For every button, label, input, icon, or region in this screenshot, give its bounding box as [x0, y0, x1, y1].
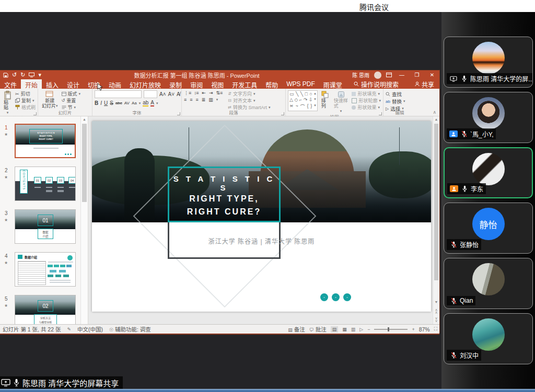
account-name[interactable]: 陈 思雨: [352, 71, 369, 79]
font-color-button[interactable]: A: [150, 100, 154, 106]
layout-button[interactable]: 版式▾: [62, 90, 81, 97]
ribbon-display-options-icon[interactable]: [386, 73, 392, 77]
share-button[interactable]: 共享: [415, 79, 434, 89]
slide-thumbnail-2[interactable]: CONTENTS 01 02 03 04: [15, 167, 76, 201]
char-spacing-button[interactable]: AV: [124, 101, 130, 105]
slide-scrollbar[interactable]: ▲ ▼ ∧∧ ∨∨: [433, 116, 439, 324]
shapes-gallery[interactable]: ▭╲╲□○▴ △◇⌐↷⇩▾ ≍~⌒{}▾: [288, 90, 318, 111]
grow-font-icon[interactable]: A˄: [159, 91, 166, 97]
line-spacing-button[interactable]: ⇅≡: [216, 90, 223, 96]
tell-me-search[interactable]: 操作说明搜索: [354, 79, 399, 89]
ribbon-tab-0[interactable]: 文件: [0, 79, 21, 89]
quick-styles-button[interactable]: 快速样式▾: [332, 90, 350, 114]
cut-button[interactable]: ✂剪切: [15, 90, 36, 97]
align-left-button[interactable]: ≡: [184, 97, 187, 102]
find-button[interactable]: 查找: [386, 90, 405, 98]
justify-button[interactable]: ≣: [202, 97, 206, 102]
zoom-in-button[interactable]: +: [412, 327, 414, 332]
zoom-out-button[interactable]: −: [367, 327, 370, 332]
slide-title-box[interactable]: S T A T I S T I C S RIGHT TYPE, RIGHT CU…: [168, 167, 281, 222]
slideshow-icon[interactable]: [29, 73, 34, 77]
highlight-color-button[interactable]: ab: [143, 100, 148, 106]
bullets-button[interactable]: ⋮≡: [184, 90, 191, 96]
scrollbar-thumb[interactable]: [434, 124, 438, 280]
font-dialog-launcher[interactable]: [177, 112, 180, 115]
previous-slide-button[interactable]: ∧∧: [433, 308, 439, 314]
ribbon-tab-12[interactable]: WPS PDF: [282, 79, 319, 89]
slide-thumbnail-5[interactable]: 02 分析方法与模型分析: [15, 295, 76, 324]
text-direction-button[interactable]: ⇵文字方向▾: [228, 90, 270, 97]
columns-button[interactable]: ▥: [208, 97, 213, 102]
scroll-up-icon[interactable]: ▲: [433, 117, 439, 121]
ribbon-tab-11[interactable]: 帮助: [261, 79, 282, 89]
ribbon-tab-5[interactable]: 动画: [104, 79, 125, 89]
ribbon-tab-3[interactable]: 设计: [63, 79, 84, 89]
participant-tile-3[interactable]: 静怡张静怡: [444, 203, 533, 254]
ribbon-tab-1[interactable]: 开始: [21, 79, 42, 89]
replace-button[interactable]: ab替换▾: [386, 98, 405, 105]
scrollbar-thumb[interactable]: [82, 124, 87, 202]
fit-to-window-icon[interactable]: ⛶: [434, 326, 437, 332]
ribbon-tab-7[interactable]: 录制: [165, 79, 186, 89]
participant-tile-5[interactable]: 刘汉中: [444, 313, 533, 364]
slide-thumbnail-1[interactable]: S T A T I S T I C S RIGHT TYPE, RIGHT CU…: [15, 124, 76, 158]
minimize-button[interactable]: —: [397, 72, 407, 78]
shadow-button[interactable]: abc: [115, 101, 122, 105]
numbering-button[interactable]: ⁝≡: [194, 90, 199, 96]
decrease-indent-button[interactable]: ⇤: [202, 90, 206, 96]
drawing-dialog-launcher[interactable]: [379, 112, 382, 115]
comments-button[interactable]: 🗩 批注: [309, 325, 327, 333]
bold-button[interactable]: B: [95, 100, 98, 106]
shape-outline-button[interactable]: 形状轮廓▾: [352, 97, 381, 104]
strikethrough-button[interactable]: S: [110, 100, 113, 106]
slide-thumbnail-4[interactable]: 数据介绍: [15, 252, 76, 287]
scroll-down-icon[interactable]: ▼: [433, 300, 439, 304]
format-painter-button[interactable]: 格式刷: [15, 104, 36, 111]
participant-tile-4[interactable]: Qian: [444, 258, 533, 309]
clipboard-dialog-launcher[interactable]: [33, 112, 37, 115]
close-button[interactable]: ✕: [427, 72, 437, 78]
undo-icon[interactable]: ↺: [12, 72, 17, 78]
ribbon-tab-13[interactable]: 雨课堂: [319, 79, 346, 89]
slide-sorter-view-button[interactable]: ▦: [342, 327, 347, 332]
slide-authors[interactable]: 浙江大学 陈谷涵 | 清华大学 陈思雨: [92, 236, 431, 245]
zoom-slider-knob[interactable]: [388, 327, 389, 331]
paste-button[interactable]: 粘贴▾: [2, 90, 13, 116]
participant-tile-2[interactable]: 李东: [444, 147, 533, 198]
shrink-font-icon[interactable]: A˅: [168, 91, 175, 97]
slide-canvas[interactable]: S T A T I S T I C S RIGHT TYPE, RIGHT CU…: [92, 121, 431, 312]
shape-effects-button[interactable]: 形状效果▾: [352, 104, 381, 111]
ribbon-tab-8[interactable]: 审阅: [186, 79, 207, 89]
accessibility-status[interactable]: ☉ 辅助功能: 调查: [109, 325, 151, 333]
increase-indent-button[interactable]: ⇥: [209, 90, 213, 96]
align-text-button[interactable]: ⊟对齐文本▾: [228, 97, 270, 104]
spell-check-icon[interactable]: ✎: [67, 327, 71, 332]
align-right-button[interactable]: ≡: [196, 97, 199, 102]
restore-button[interactable]: ❐: [412, 72, 422, 78]
underline-button[interactable]: U: [104, 100, 108, 106]
next-slide-button[interactable]: ∨∨: [433, 317, 439, 322]
participant-tile-1[interactable]: `馬_小Y,: [444, 92, 533, 143]
language-status[interactable]: 中文(中国): [77, 325, 103, 333]
ribbon-tab-6[interactable]: 幻灯片放映: [125, 79, 165, 89]
font-name-combobox[interactable]: [95, 90, 142, 98]
slideshow-view-button[interactable]: ▷: [359, 327, 363, 332]
slide-thumbnail-3[interactable]: 01 数据介绍: [15, 209, 76, 244]
font-size-combobox[interactable]: [144, 90, 157, 98]
thumbnail-scrollbar[interactable]: ▲: [80, 116, 88, 324]
italic-button[interactable]: I: [100, 100, 102, 106]
normal-view-button[interactable]: ▤: [331, 326, 339, 332]
notes-button[interactable]: ▤ 备注: [288, 325, 305, 333]
zoom-slider[interactable]: [374, 329, 408, 330]
arrange-button[interactable]: 排列: [320, 90, 330, 109]
scroll-up-icon[interactable]: ▲: [81, 117, 88, 121]
ribbon-tab-9[interactable]: 视图: [207, 79, 228, 89]
collapse-ribbon-icon[interactable]: ∧: [433, 110, 436, 115]
new-slide-button[interactable]: 新建 幻灯片▾: [40, 90, 60, 109]
change-case-button[interactable]: Aa: [132, 101, 137, 105]
save-icon[interactable]: [3, 73, 8, 78]
account-avatar[interactable]: [374, 72, 381, 79]
redo-icon[interactable]: ↻: [20, 72, 25, 78]
participant-tile-0[interactable]: 陈思雨 清华大学的屏...: [444, 37, 533, 88]
copy-button[interactable]: 复制▾: [15, 97, 36, 104]
